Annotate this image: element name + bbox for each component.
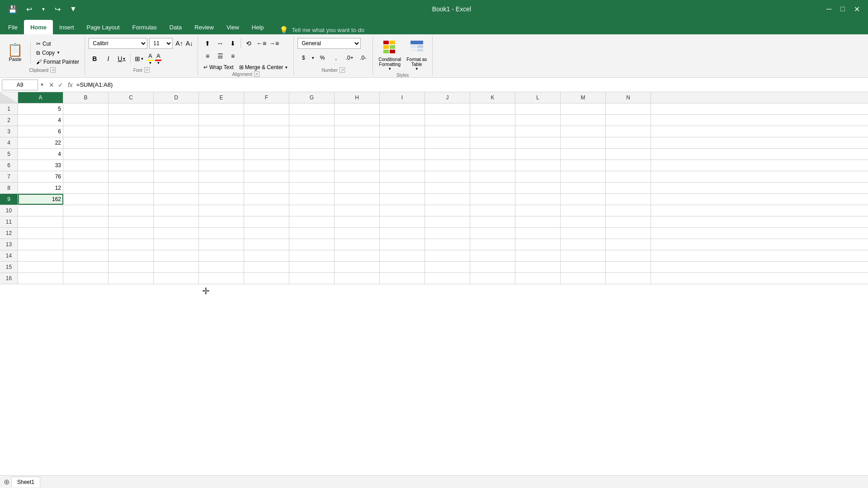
cell-I2[interactable] bbox=[380, 115, 425, 126]
border-button[interactable]: ⊞ ▼ bbox=[133, 53, 145, 65]
cell-E3[interactable] bbox=[199, 126, 244, 137]
cell-K2[interactable] bbox=[470, 115, 515, 126]
cell-I13[interactable] bbox=[380, 239, 425, 250]
cell-K6[interactable] bbox=[470, 160, 515, 171]
cell-D12[interactable] bbox=[154, 228, 199, 239]
cell-K15[interactable] bbox=[470, 262, 515, 272]
tab-view[interactable]: View bbox=[220, 20, 245, 34]
cell-H15[interactable] bbox=[335, 262, 380, 272]
font-color-button[interactable]: A ▼ bbox=[155, 52, 161, 65]
cell-H14[interactable] bbox=[335, 250, 380, 261]
cell-J3[interactable] bbox=[425, 126, 470, 137]
cell-J4[interactable] bbox=[425, 137, 470, 148]
cell-N16[interactable] bbox=[606, 273, 651, 284]
indent-increase-button[interactable]: →≡ bbox=[268, 38, 280, 49]
cell-L15[interactable] bbox=[515, 262, 561, 272]
cell-A3[interactable]: 6 bbox=[18, 126, 63, 137]
cell-L13[interactable] bbox=[515, 239, 561, 250]
cell-F2[interactable] bbox=[244, 115, 289, 126]
cell-C9[interactable] bbox=[108, 194, 154, 205]
col-header-a[interactable]: A bbox=[18, 92, 63, 103]
cell-D8[interactable] bbox=[154, 183, 199, 193]
cell-F10[interactable] bbox=[244, 205, 289, 216]
cell-G15[interactable] bbox=[289, 262, 335, 272]
fill-color-button[interactable]: A ▼ bbox=[147, 52, 153, 65]
cell-L5[interactable] bbox=[515, 149, 561, 160]
cell-B3[interactable] bbox=[63, 126, 108, 137]
cell-D11[interactable] bbox=[154, 216, 199, 227]
cell-J13[interactable] bbox=[425, 239, 470, 250]
cell-H6[interactable] bbox=[335, 160, 380, 171]
cell-N1[interactable] bbox=[606, 103, 651, 114]
cell-J9[interactable] bbox=[425, 194, 470, 205]
cell-N12[interactable] bbox=[606, 228, 651, 239]
close-btn[interactable]: ✕ bbox=[851, 4, 863, 14]
cell-M16[interactable] bbox=[561, 273, 606, 284]
col-header-j[interactable]: J bbox=[425, 92, 470, 103]
row-number-8[interactable]: 8 bbox=[0, 183, 18, 193]
cancel-formula-button[interactable]: ✕ bbox=[48, 80, 55, 89]
cell-A13[interactable] bbox=[18, 239, 63, 250]
cell-B13[interactable] bbox=[63, 239, 108, 250]
cell-G5[interactable] bbox=[289, 149, 335, 160]
cell-K13[interactable] bbox=[470, 239, 515, 250]
cell-E8[interactable] bbox=[199, 183, 244, 193]
copy-button[interactable]: ⧉ Copy ▼ bbox=[34, 49, 81, 57]
cell-L10[interactable] bbox=[515, 205, 561, 216]
cell-M13[interactable] bbox=[561, 239, 606, 250]
cell-A4[interactable]: 22 bbox=[18, 137, 63, 148]
underline-dropdown[interactable]: ▼ bbox=[122, 57, 126, 61]
row-number-2[interactable]: 2 bbox=[0, 115, 18, 126]
text-direction-button[interactable]: ⟲ bbox=[243, 38, 255, 49]
tell-me-input[interactable] bbox=[292, 27, 382, 33]
cell-I14[interactable] bbox=[380, 250, 425, 261]
cell-M3[interactable] bbox=[561, 126, 606, 137]
cell-N5[interactable] bbox=[606, 149, 651, 160]
col-header-g[interactable]: G bbox=[289, 92, 335, 103]
cell-E10[interactable] bbox=[199, 205, 244, 216]
cell-H4[interactable] bbox=[335, 137, 380, 148]
add-sheet-button[interactable]: ⊕ bbox=[4, 478, 9, 486]
cell-L12[interactable] bbox=[515, 228, 561, 239]
cell-D16[interactable] bbox=[154, 273, 199, 284]
cell-K10[interactable] bbox=[470, 205, 515, 216]
row-number-10[interactable]: 10 bbox=[0, 205, 18, 216]
fill-color-dropdown[interactable]: ▼ bbox=[148, 61, 152, 65]
cell-G7[interactable] bbox=[289, 171, 335, 182]
cell-L6[interactable] bbox=[515, 160, 561, 171]
cell-J8[interactable] bbox=[425, 183, 470, 193]
cell-M4[interactable] bbox=[561, 137, 606, 148]
underline-button[interactable]: U ▼ bbox=[116, 53, 127, 65]
cell-J16[interactable] bbox=[425, 273, 470, 284]
cut-button[interactable]: ✂ Cut bbox=[34, 40, 81, 48]
clipboard-expand[interactable]: ↗ bbox=[50, 67, 56, 73]
col-header-h[interactable]: H bbox=[335, 92, 380, 103]
row-number-1[interactable]: 1 bbox=[0, 103, 18, 114]
cell-A5[interactable]: 4 bbox=[18, 149, 63, 160]
italic-button[interactable]: I bbox=[102, 53, 114, 65]
cell-N7[interactable] bbox=[606, 171, 651, 182]
cell-I6[interactable] bbox=[380, 160, 425, 171]
row-number-6[interactable]: 6 bbox=[0, 160, 18, 171]
cell-A1[interactable]: 5 bbox=[18, 103, 63, 114]
cell-D7[interactable] bbox=[154, 171, 199, 182]
cell-K5[interactable] bbox=[470, 149, 515, 160]
row-number-4[interactable]: 4 bbox=[0, 137, 18, 148]
cell-B4[interactable] bbox=[63, 137, 108, 148]
cell-K3[interactable] bbox=[470, 126, 515, 137]
cell-H12[interactable] bbox=[335, 228, 380, 239]
cell-N10[interactable] bbox=[606, 205, 651, 216]
cell-B14[interactable] bbox=[63, 250, 108, 261]
cell-B9[interactable] bbox=[63, 194, 108, 205]
cell-K4[interactable] bbox=[470, 137, 515, 148]
col-header-i[interactable]: I bbox=[380, 92, 425, 103]
cell-G13[interactable] bbox=[289, 239, 335, 250]
border-dropdown[interactable]: ▼ bbox=[140, 57, 144, 61]
format-as-table-dropdown[interactable]: ▼ bbox=[415, 67, 419, 71]
cell-J6[interactable] bbox=[425, 160, 470, 171]
cell-E1[interactable] bbox=[199, 103, 244, 114]
decrease-font-size-button[interactable]: A↓ bbox=[185, 39, 194, 48]
col-header-n[interactable]: N bbox=[606, 92, 651, 103]
cell-F5[interactable] bbox=[244, 149, 289, 160]
cell-B10[interactable] bbox=[63, 205, 108, 216]
